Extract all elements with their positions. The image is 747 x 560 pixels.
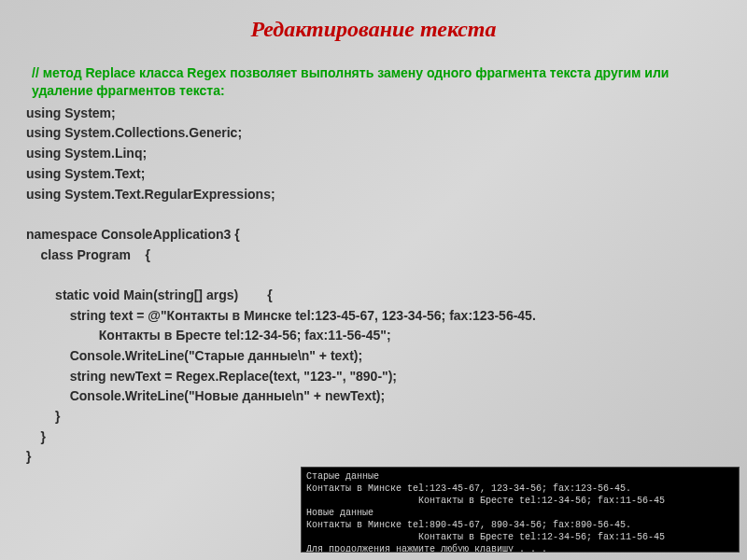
- code-block: using System; using System.Collections.G…: [26, 104, 721, 468]
- slide-container: Редактирование текста // метод Replace к…: [0, 0, 747, 560]
- console-output: Старые данные Контакты в Минске tel:123-…: [301, 467, 740, 553]
- slide-title: Редактирование текста: [26, 17, 721, 42]
- code-comment: // метод Replace класса Regex позволяет …: [26, 64, 721, 100]
